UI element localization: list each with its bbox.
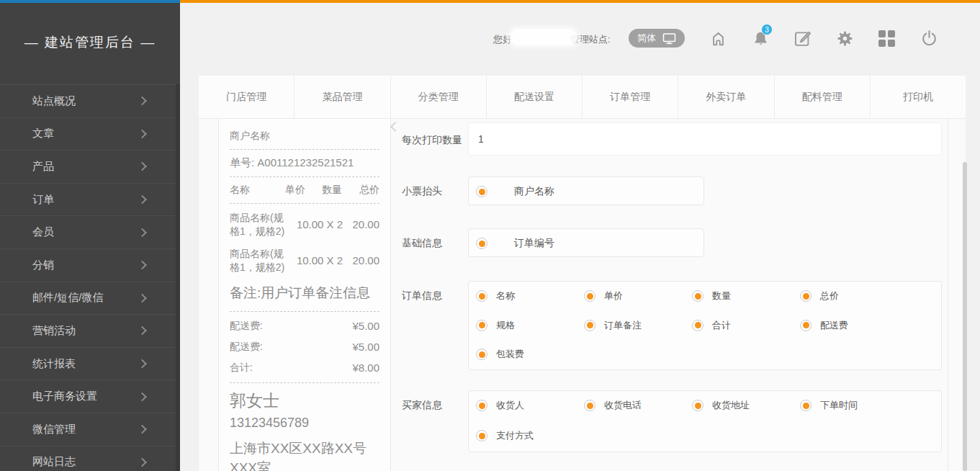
order-info-group: 名称 单价 数量 总价 规格 订单备注 合计 配送费 包装费: [468, 281, 942, 370]
radio-selected-icon[interactable]: [476, 400, 487, 411]
language-toggle-button[interactable]: 简体: [629, 29, 685, 48]
home-button[interactable]: [708, 28, 728, 48]
tab-dish-management[interactable]: 菜品管理: [295, 76, 390, 118]
radio-selected-icon[interactable]: [476, 238, 487, 249]
apps-button[interactable]: [876, 28, 896, 48]
radio-option-unit-price[interactable]: 单价: [584, 282, 692, 310]
radio-selected-icon[interactable]: [584, 290, 595, 302]
radio-option-order-number[interactable]: 订单编号: [476, 229, 703, 258]
sidebar-item-statistics[interactable]: 统计报表: [0, 347, 180, 380]
radio-selected-icon[interactable]: [692, 290, 703, 302]
sidebar-item-mail-sms-wechat[interactable]: 邮件/短信/微信: [0, 282, 180, 315]
chevron-right-icon: [138, 195, 147, 205]
chevron-right-icon: [138, 293, 147, 302]
print-count-input[interactable]: [469, 123, 941, 155]
basic-info-label: 基础信息: [402, 237, 442, 250]
tab-category-management[interactable]: 分类管理: [391, 76, 487, 118]
radio-option-order-time[interactable]: 下单时间: [800, 391, 908, 420]
notifications-button[interactable]: 3: [750, 28, 770, 48]
chevron-right-icon: [138, 425, 147, 434]
tab-printer[interactable]: 打印机: [871, 76, 966, 118]
sidebar-item-members[interactable]: 会员: [0, 215, 180, 248]
receipt-preview: 商户名称 单号: A001121232521521 名称 单价 数量 总价 商品…: [218, 119, 391, 471]
receipt-total-row: 合计: ¥8.00: [230, 362, 379, 374]
divider: [230, 149, 379, 150]
tab-delivery-settings[interactable]: 配送设置: [487, 76, 583, 118]
radio-option-quantity[interactable]: 数量: [692, 282, 800, 310]
top-strip-orange: [180, 0, 980, 3]
radio-selected-icon[interactable]: [476, 290, 487, 302]
chevron-right-icon: [138, 130, 147, 139]
receipt-header-label: 小票抬头: [402, 185, 442, 198]
divider: [230, 311, 379, 312]
receipt-fee-row: 配送费: ¥5.00: [230, 341, 379, 354]
redacted-username: [510, 29, 577, 45]
radio-selected-icon[interactable]: [584, 320, 595, 331]
settings-button[interactable]: [835, 28, 855, 48]
chevron-right-icon: [138, 457, 147, 467]
sidebar-item-site-logs[interactable]: 网站日志: [0, 446, 180, 471]
radio-selected-icon[interactable]: [692, 320, 703, 331]
content-scrollbar[interactable]: [963, 162, 967, 471]
radio-selected-icon[interactable]: [476, 430, 487, 441]
radio-selected-icon[interactable]: [584, 400, 595, 411]
radio-selected-icon[interactable]: [800, 290, 812, 302]
tab-takeout-orders[interactable]: 外卖订单: [678, 76, 774, 118]
radio-selected-icon[interactable]: [476, 186, 487, 197]
chevron-right-icon: [138, 261, 147, 270]
panel-right-border: [948, 119, 948, 471]
compose-button[interactable]: [792, 28, 812, 48]
radio-option-total-price[interactable]: 总价: [800, 282, 908, 310]
radio-option-spec[interactable]: 规格: [476, 311, 584, 340]
radio-option-delivery-fee[interactable]: 配送费: [800, 311, 908, 340]
app-title: — 建站管理后台 —: [0, 33, 180, 52]
sidebar-item-ecommerce-settings[interactable]: 电子商务设置: [0, 380, 180, 413]
sidebar-item-distribution[interactable]: 分销: [0, 248, 180, 282]
receipt-customer-address: 上海市XX区XX路XX号XXX室: [230, 439, 379, 471]
radio-option-payment-method[interactable]: 支付方式: [476, 421, 584, 450]
radio-selected-icon[interactable]: [800, 320, 812, 331]
chevron-right-icon: [138, 392, 147, 401]
receipt-customer-name: 郭女士: [230, 390, 379, 412]
receipt-merchant-name: 商户名称: [230, 130, 379, 143]
radio-option-name[interactable]: 名称: [476, 282, 584, 310]
chevron-right-icon: [138, 162, 147, 171]
sidebar-scrollbar[interactable]: [176, 84, 180, 471]
radio-selected-icon[interactable]: [800, 400, 812, 411]
gear-icon: [835, 29, 855, 48]
divider: [230, 382, 379, 383]
radio-option-packing-fee[interactable]: 包装费: [476, 340, 584, 369]
sidebar-item-orders[interactable]: 订单: [0, 183, 180, 216]
radio-option-phone[interactable]: 收货电话: [584, 391, 692, 420]
home-icon: [709, 29, 728, 48]
print-count-label: 每次打印数量: [402, 134, 462, 147]
tab-store-management[interactable]: 门店管理: [199, 76, 295, 118]
chevron-right-icon: [138, 326, 147, 336]
radio-option-consignee[interactable]: 收货人: [476, 391, 584, 420]
receipt-order-number: 单号: A001121232521521: [230, 156, 379, 170]
basic-info-group: 订单编号: [468, 228, 704, 257]
sidebar-item-marketing[interactable]: 营销活动: [0, 314, 180, 347]
radio-option-address[interactable]: 收货地址: [692, 391, 800, 420]
buyer-info-group: 收货人 收货电话 收货地址 下单时间 支付方式: [468, 390, 942, 452]
tab-order-management[interactable]: 订单管理: [583, 76, 678, 118]
radio-option-subtotal[interactable]: 合计: [692, 311, 800, 340]
tab-ingredient-management[interactable]: 配料管理: [775, 76, 871, 118]
sidebar-item-site-overview[interactable]: 站点概况: [0, 84, 180, 117]
monitor-icon: [662, 32, 676, 45]
sidebar-item-articles[interactable]: 文章: [0, 117, 180, 151]
collapse-preview-caret-icon[interactable]: [390, 122, 400, 132]
main-panel: 门店管理 菜品管理 分类管理 配送设置 订单管理 外卖订单 配料管理 打印机 商…: [199, 76, 966, 471]
radio-option-order-note[interactable]: 订单备注: [584, 311, 692, 340]
radio-option-merchant-name[interactable]: 商户名称: [476, 177, 703, 206]
radio-selected-icon[interactable]: [476, 320, 487, 331]
radio-selected-icon[interactable]: [692, 400, 703, 411]
buyer-info-label: 买家信息: [402, 399, 442, 412]
order-info-label: 订单信息: [402, 290, 442, 302]
sidebar-item-products[interactable]: 产品: [0, 150, 180, 183]
sidebar-item-wechat-management[interactable]: 微信管理: [0, 413, 180, 446]
sidebar-menu: 站点概况 文章 产品 订单 会员 分销 邮件/短信/微信 营销活动 统计报表 电…: [0, 84, 180, 471]
page: — 建站管理后台 — 站点概况 文章 产品 订单 会员 分销 邮件/短信/微信 …: [0, 0, 980, 471]
radio-selected-icon[interactable]: [476, 349, 487, 360]
logout-button[interactable]: [919, 28, 939, 48]
